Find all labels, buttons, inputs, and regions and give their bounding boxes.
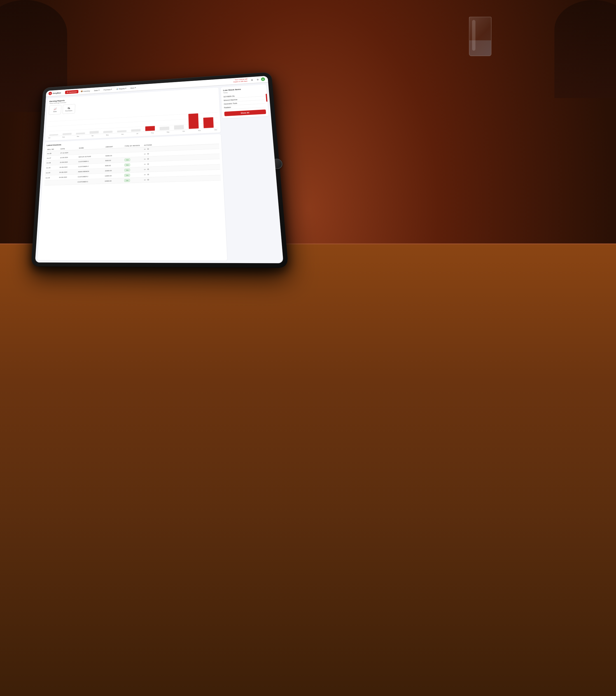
actions: ✏ 👁 (144, 178, 161, 181)
dashboard-icon: ⊞ (67, 91, 68, 93)
view-icon[interactable]: 👁 (147, 163, 149, 165)
edit-icon[interactable]: ✏ (144, 153, 146, 156)
bill-no: inv-23 (46, 176, 59, 178)
purchases-label: Purchases (65, 110, 72, 112)
invoices-table: BILL NO DATE NAME AMOUNT TYPE OF INVOICE… (44, 140, 221, 186)
col-type: TYPE OF INVOICE (125, 145, 143, 147)
chevron-down-icon: ▾ (111, 88, 112, 90)
bill-no: inv-28 (47, 152, 60, 154)
nav-more[interactable]: More ▾ (129, 86, 138, 90)
date (59, 182, 77, 183)
type: Sale (124, 178, 144, 182)
license-warning: Your License will Expire in 336 days (233, 78, 247, 83)
svg-rect-7 (103, 130, 113, 133)
name: AMAN MEMON (78, 170, 104, 173)
view-icon[interactable]: 👁 (147, 168, 149, 171)
name: MAYUR SUTHAR (79, 155, 105, 157)
sale-badge: Sale (124, 163, 130, 166)
table-surface (0, 243, 616, 696)
month-aug: Aug (151, 132, 154, 134)
month-may: May (106, 134, 109, 136)
tablet-screen: G GreyBizz ⊞ Dashboard 📦 Inventory (35, 76, 283, 263)
svg-rect-11 (160, 126, 169, 130)
earning-reports-section: Earning Reports Yearly Earnings Overview… (45, 88, 221, 141)
month-nov: Nov (198, 130, 201, 131)
edit-icon[interactable]: ✏ (144, 168, 146, 171)
actions: ✏ 👁 (144, 153, 160, 156)
view-icon[interactable]: 👁 (147, 153, 149, 155)
chevron-down-icon: ▾ (135, 86, 136, 89)
grid-view-button[interactable]: ⊞ (249, 78, 254, 82)
actions: ✏ 👁 (144, 147, 160, 151)
reports-icon: 📊 (116, 88, 118, 90)
glass-decoration (468, 17, 493, 62)
sales-icon: 📈 (53, 107, 56, 110)
view-icon[interactable]: 👁 (147, 178, 149, 181)
main-content: Earning Reports Yearly Earnings Overview… (35, 82, 283, 263)
col-actions: ACTIONS (144, 144, 160, 146)
nav-purchase[interactable]: Purchase ▾ (102, 88, 114, 92)
svg-rect-8 (117, 130, 126, 132)
view-icon[interactable]: 👁 (147, 148, 149, 151)
view-icon[interactable]: 👁 (147, 173, 149, 176)
sale-badge: Sale (124, 158, 130, 161)
logo-text: GreyBizz (53, 92, 61, 94)
svg-rect-6 (90, 131, 99, 134)
edit-icon[interactable]: ✏ (144, 173, 146, 176)
right-panel: Low Stock Items Today SOYABIN OIL Wrench… (221, 84, 280, 260)
actions: ✏ 👁 (144, 162, 160, 165)
sales-card[interactable]: 📈 Sales (49, 105, 62, 115)
nav-reports[interactable]: 📊 Reports ▾ (114, 86, 128, 91)
month-sep: Sep (167, 131, 169, 133)
type: Sale (124, 173, 144, 177)
col-name: NAME (79, 146, 105, 149)
date: 04-09-2024 (60, 166, 78, 168)
amount: 22000.00 (105, 170, 124, 172)
actions: ✏ 👁 (144, 168, 161, 171)
purchases-card[interactable]: 🛍 Purchases (62, 104, 75, 114)
col-amount: AMOUNT (106, 145, 124, 148)
edit-icon[interactable]: ✏ (144, 158, 146, 161)
sale-badge: Sale (124, 179, 130, 182)
month-jan: Jan (48, 137, 50, 139)
header-actions: ⊞ ⚙ ● (249, 77, 265, 82)
svg-rect-9 (131, 129, 141, 132)
type: Sale (124, 163, 143, 167)
col-bill-no: BILL NO (47, 148, 60, 150)
bill-no: inv-26 (47, 162, 59, 164)
month-jun: Jun (121, 133, 124, 135)
settings-button[interactable]: ⚙ (255, 77, 260, 82)
month-jul: Jul (136, 133, 138, 135)
nav-dashboard[interactable]: ⊞ Dashboard (65, 90, 78, 94)
svg-rect-3 (49, 134, 58, 136)
chevron-down-icon: ▾ (126, 88, 127, 89)
date: 10-09-2024 (60, 156, 78, 158)
tablet-frame: G GreyBizz ⊞ Dashboard 📦 Inventory (31, 72, 288, 268)
edit-icon[interactable]: ✏ (144, 148, 146, 151)
date: 04-09-2024 (59, 176, 77, 178)
date: 10-09-2024 (60, 161, 78, 163)
edit-icon[interactable]: ✏ (144, 163, 146, 165)
user-avatar[interactable]: ● (261, 77, 265, 81)
amount: 43000.00 (105, 154, 124, 156)
view-icon[interactable]: 👁 (147, 158, 149, 160)
date: 27-12-2024 (60, 151, 78, 154)
sale-badge: Sale (124, 169, 130, 172)
svg-rect-10 (145, 126, 155, 131)
svg-rect-4 (62, 133, 71, 135)
svg-rect-14 (203, 117, 214, 128)
svg-rect-12 (174, 125, 184, 130)
tablet-device: G GreyBizz ⊞ Dashboard 📦 Inventory (31, 72, 288, 268)
month-oct: Oct (182, 130, 185, 132)
invoices-section: Latest Invoices BILL NO DATE NAME AMOUNT… (37, 134, 227, 260)
amount: 5600.00 (105, 159, 124, 161)
date: 04-09-2024 (59, 171, 78, 173)
type: Sale (124, 168, 143, 172)
nav-sales[interactable]: Sales ▾ (92, 88, 101, 92)
nav-inventory[interactable]: 📦 Inventory (79, 89, 92, 93)
svg-rect-5 (76, 132, 85, 135)
name (79, 151, 105, 152)
edit-icon[interactable]: ✏ (144, 179, 146, 181)
show-all-button[interactable]: Show All (224, 110, 266, 116)
amount: 13000.00 (105, 175, 124, 177)
